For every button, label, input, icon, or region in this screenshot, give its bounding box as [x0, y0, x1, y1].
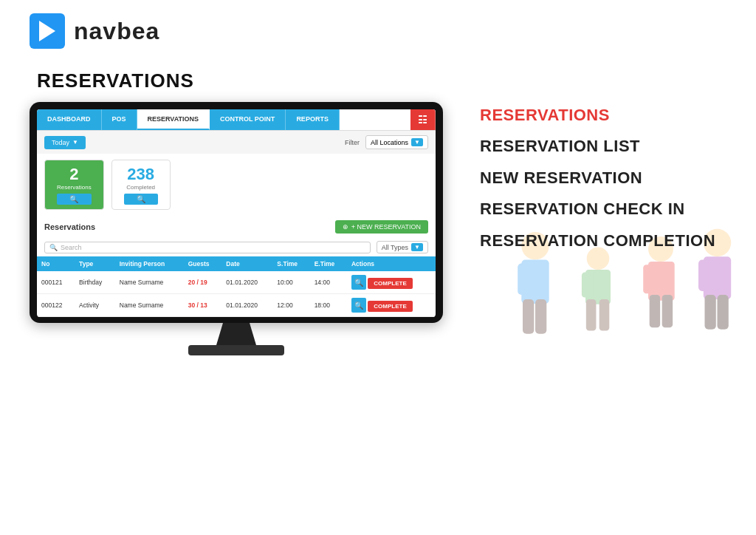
svg-rect-2	[518, 264, 528, 296]
tab-reservations[interactable]: RESERVATIONS	[137, 109, 210, 130]
col-actions: Actions	[347, 256, 436, 271]
monitor-section: DASHBOARD POS RESERVATIONS CONTROL POINT…	[22, 98, 450, 355]
cell-person: Name Surname	[115, 294, 184, 317]
col-stime: S.Time	[272, 256, 309, 271]
date-dropdown[interactable]: Today ▼	[44, 136, 86, 149]
type-select[interactable]: All Types ▼	[377, 241, 428, 253]
stat-card-reservations: 2 Reservations 🔍	[44, 160, 104, 210]
tab-dashboard[interactable]: DASHBOARD	[37, 109, 102, 130]
cell-actions: 🔍 COMPLETE	[347, 294, 436, 317]
monitor-stand	[22, 323, 450, 355]
cell-person: Name Surname	[115, 271, 184, 294]
col-date: Date	[221, 256, 272, 271]
svg-rect-17	[662, 295, 673, 327]
svg-rect-14	[643, 265, 652, 293]
cell-date: 01.01.2020	[221, 271, 272, 294]
stat-number-completed: 238	[124, 165, 158, 184]
monitor-outer: DASHBOARD POS RESERVATIONS CONTROL POINT…	[30, 102, 443, 323]
menu-label-list: RESERVATION LIST	[480, 137, 640, 155]
tab-pos[interactable]: POS	[102, 109, 137, 130]
cell-type: Birthday	[75, 271, 115, 294]
stat-search-btn-1[interactable]: 🔍	[57, 194, 92, 205]
menu-label-completion: RESERVATION COMPLETION	[480, 231, 715, 250]
new-reservation-button[interactable]: ⊕ + NEW RESERVATION	[335, 220, 428, 234]
menu-label-checkin: RESERVATION CHECK IN	[480, 200, 685, 218]
table-row: 000121 Birthday Name Surname 20 / 19 01.…	[37, 271, 436, 294]
col-type: Type	[75, 256, 115, 271]
row-search-btn-1[interactable]: 🔍	[351, 275, 366, 290]
location-arrow: ▼	[411, 138, 423, 146]
cell-stime: 10:00	[272, 271, 309, 294]
search-icon: 🔍	[49, 244, 58, 251]
filter-label: Filter	[345, 139, 360, 146]
svg-rect-5	[535, 299, 546, 334]
svg-rect-4	[523, 299, 534, 334]
col-guests: Guests	[184, 256, 222, 271]
type-arrow: ▼	[411, 243, 423, 251]
stat-search-btn-2[interactable]: 🔍	[124, 194, 158, 205]
svg-rect-10	[586, 299, 597, 331]
cell-etime: 18:00	[310, 294, 347, 317]
row-search-btn-2[interactable]: 🔍	[351, 298, 366, 313]
logo-box	[30, 13, 65, 49]
tab-grid[interactable]: ☷	[410, 109, 436, 130]
complete-btn-2[interactable]: COMPLETE	[368, 301, 412, 312]
menu-item-reservations[interactable]: RESERVATIONS	[480, 106, 719, 125]
cell-no: 000121	[37, 271, 75, 294]
svg-rect-9	[593, 272, 602, 297]
search-placeholder: Search	[61, 244, 82, 251]
right-menu: RESERVATIONS RESERVATION LIST NEW RESERV…	[480, 106, 719, 251]
svg-rect-20	[698, 259, 709, 291]
cell-guests: 30 / 13	[184, 294, 222, 317]
cell-stime: 12:00	[272, 294, 309, 317]
table-header: No Type Inviting Person Guests Date S.Ti…	[37, 256, 436, 271]
plus-icon: ⊕	[343, 223, 348, 231]
reservations-table: No Type Inviting Person Guests Date S.Ti…	[37, 256, 436, 317]
svg-rect-11	[599, 299, 610, 331]
menu-item-new[interactable]: NEW RESERVATION	[480, 168, 719, 188]
logo-text: navbea	[74, 18, 159, 45]
menu-item-list[interactable]: RESERVATION LIST	[480, 137, 719, 156]
stat-number-reservations: 2	[57, 165, 92, 184]
menu-label-new: NEW RESERVATION	[480, 168, 642, 187]
svg-point-6	[587, 247, 610, 270]
svg-rect-23	[718, 295, 729, 330]
svg-rect-16	[650, 295, 660, 327]
cell-date: 01.01.2020	[221, 294, 272, 317]
nav-bar: DASHBOARD POS RESERVATIONS CONTROL POINT…	[37, 109, 436, 131]
col-etime: E.Time	[310, 256, 347, 271]
table-section-title: Reservations	[44, 222, 95, 231]
col-no: No	[37, 256, 75, 271]
svg-rect-15	[657, 265, 666, 293]
cell-etime: 14:00	[310, 271, 347, 294]
col-person: Inviting Person	[115, 256, 184, 271]
location-select[interactable]: All Locations ▼	[365, 135, 428, 149]
right-panel: RESERVATIONS RESERVATION LIST NEW RESERV…	[465, 98, 734, 355]
svg-rect-21	[715, 259, 725, 291]
stats-row: 2 Reservations 🔍 238 Completed 🔍	[37, 154, 436, 216]
monitor-screen: DASHBOARD POS RESERVATIONS CONTROL POINT…	[37, 109, 436, 317]
menu-item-checkin[interactable]: RESERVATION CHECK IN	[480, 200, 719, 219]
table-row: 000122 Activity Name Surname 30 / 13 01.…	[37, 294, 436, 317]
table-header-row: Reservations ⊕ + NEW RESERVATION	[37, 216, 436, 238]
stand-base	[188, 345, 284, 355]
cell-type: Activity	[75, 294, 115, 317]
search-input-wrap: 🔍 Search	[44, 242, 371, 253]
svg-rect-8	[582, 272, 591, 297]
stat-label-reservations: Reservations	[57, 184, 92, 191]
logo-icon	[39, 21, 55, 41]
stat-label-completed: Completed	[124, 184, 158, 191]
menu-item-completion[interactable]: RESERVATION COMPLETION	[480, 231, 719, 251]
svg-rect-3	[532, 264, 542, 296]
search-row: 🔍 Search All Types ▼	[37, 238, 436, 256]
menu-label-reservations: RESERVATIONS	[480, 106, 610, 124]
tab-reports[interactable]: REPORTS	[286, 109, 340, 130]
stat-card-completed: 238 Completed 🔍	[111, 160, 171, 210]
filter-row: Today ▼ Filter All Locations ▼	[37, 131, 436, 154]
main-layout: DASHBOARD POS RESERVATIONS CONTROL POINT…	[0, 98, 756, 355]
stand-neck	[214, 323, 258, 345]
dropdown-arrow: ▼	[72, 139, 78, 146]
complete-btn-1[interactable]: COMPLETE	[368, 278, 412, 289]
tab-control-point[interactable]: CONTROL POINT	[210, 109, 286, 130]
header: navbea	[0, 0, 756, 62]
